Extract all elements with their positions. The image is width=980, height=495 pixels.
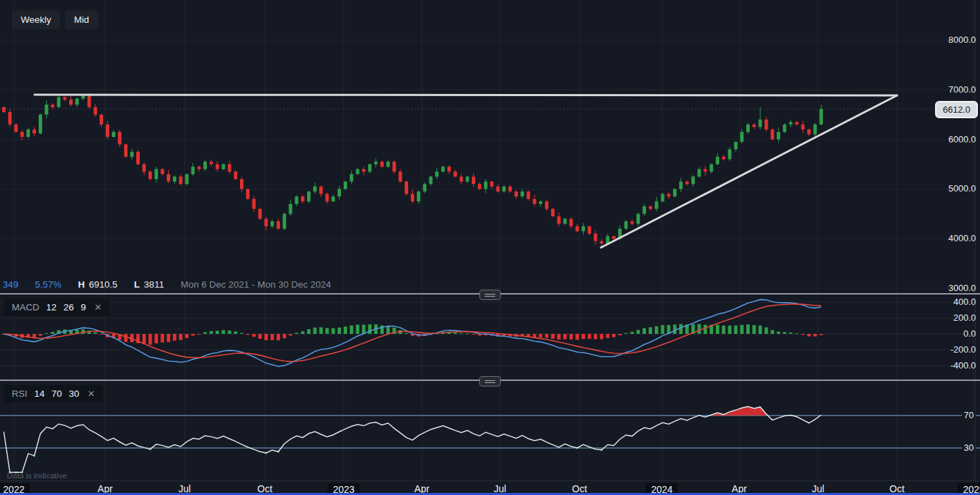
candle-body <box>716 157 719 165</box>
candle-body <box>100 115 103 124</box>
macd-histogram-bar <box>350 326 353 334</box>
macd-close-icon[interactable]: ✕ <box>94 302 102 312</box>
macd-histogram-bar <box>612 334 616 337</box>
candle-body <box>465 176 469 181</box>
macd-histogram-bar <box>661 325 665 334</box>
candle-body <box>569 218 573 226</box>
candle-body <box>203 162 207 169</box>
macd-histogram-bar <box>569 334 573 339</box>
rsi-panel-canvas[interactable] <box>0 381 980 480</box>
candle-body <box>765 120 768 129</box>
trend-line[interactable] <box>35 95 897 95</box>
candle-body <box>185 174 189 184</box>
candle-body <box>454 171 457 176</box>
candle-body <box>521 192 524 196</box>
macd-histogram-bar <box>740 325 743 334</box>
macd-histogram-bar <box>630 332 634 334</box>
candle-body <box>283 214 286 229</box>
candle-body <box>368 165 371 172</box>
macd-histogram-bar <box>160 334 164 342</box>
macd-histogram-bar <box>405 333 408 334</box>
macd-histogram-bar <box>270 334 274 340</box>
panel-separator-handle[interactable] <box>479 290 501 300</box>
chart-size-button[interactable]: Mid <box>65 10 98 29</box>
candle-body <box>679 182 683 189</box>
price-chart-canvas[interactable] <box>0 0 980 294</box>
macd-histogram-bar <box>246 334 250 335</box>
candle-body <box>472 176 475 184</box>
macd-histogram-bar <box>252 334 256 337</box>
candle-body <box>563 218 566 223</box>
candle-body <box>39 115 42 133</box>
macd-histogram-bar <box>770 330 774 334</box>
timeframe-button[interactable]: Weekly <box>12 10 60 29</box>
macd-histogram-bar <box>362 325 365 334</box>
candle-body <box>258 209 261 218</box>
period-low: L3811 <box>134 279 164 290</box>
macd-panel-canvas[interactable] <box>0 295 980 380</box>
candle-body <box>124 144 127 157</box>
candle-body <box>789 122 793 124</box>
macd-legend[interactable]: MACD 12 26 9 ✕ <box>4 299 109 316</box>
macd-histogram-bar <box>728 326 732 334</box>
candle-body <box>551 209 555 216</box>
candle-body <box>118 132 122 144</box>
macd-histogram-bar <box>100 334 103 335</box>
candle-body <box>8 112 12 124</box>
macd-histogram-bar <box>642 328 646 334</box>
candle-body <box>356 169 360 174</box>
candle-body <box>801 124 804 129</box>
macd-histogram-bar <box>380 326 384 334</box>
macd-histogram-bar <box>813 334 817 337</box>
macd-histogram-bar <box>203 332 207 334</box>
panel-separator-handle[interactable] <box>479 376 501 386</box>
candle-body <box>252 199 256 209</box>
candle-body <box>51 104 55 107</box>
macd-histogram-bar <box>228 330 231 334</box>
candle-body <box>350 174 353 182</box>
candle-body <box>515 192 518 196</box>
candle-body <box>692 176 695 184</box>
candle-body <box>398 171 402 181</box>
candle-body <box>130 152 133 157</box>
candle-body <box>191 167 194 174</box>
candle-body <box>313 187 317 192</box>
macd-histogram-bar <box>563 334 566 339</box>
macd-histogram-bar <box>795 333 799 334</box>
macd-histogram-bar <box>557 334 561 339</box>
candle-body <box>136 152 140 165</box>
candle-body <box>588 226 591 234</box>
candle-body <box>710 165 713 172</box>
candle-body <box>15 124 18 132</box>
rsi-close-icon[interactable]: ✕ <box>88 389 95 399</box>
candle-body <box>210 162 213 165</box>
macd-histogram-bar <box>539 334 542 337</box>
candle-body <box>222 165 225 169</box>
candle-body <box>87 95 91 107</box>
candle-body <box>387 162 390 167</box>
candle-body <box>625 221 628 229</box>
candle-body <box>417 192 420 201</box>
candle-body <box>673 189 676 196</box>
macd-histogram-bar <box>283 334 286 338</box>
macd-histogram-bar <box>197 334 201 335</box>
candle-body <box>149 171 152 179</box>
macd-histogram-bar <box>472 334 475 335</box>
rsi-legend[interactable]: RSI 14 70 30 ✕ <box>4 385 103 402</box>
candle-body <box>234 171 237 179</box>
candle-body <box>813 124 817 134</box>
candle-body <box>685 182 689 185</box>
candle-body <box>167 174 170 182</box>
macd-histogram-bar <box>575 334 579 339</box>
disclaimer-text: Data is indicative <box>7 471 67 480</box>
macd-histogram-bar <box>454 333 457 334</box>
trend-line[interactable] <box>601 95 897 248</box>
macd-histogram-bar <box>234 331 237 334</box>
macd-histogram-bar <box>545 334 548 338</box>
candle-body <box>362 169 365 172</box>
macd-histogram-bar <box>752 325 756 334</box>
candle-body <box>82 95 85 98</box>
candle-body <box>539 201 542 204</box>
candle-body <box>112 132 115 137</box>
candle-body <box>173 176 176 181</box>
